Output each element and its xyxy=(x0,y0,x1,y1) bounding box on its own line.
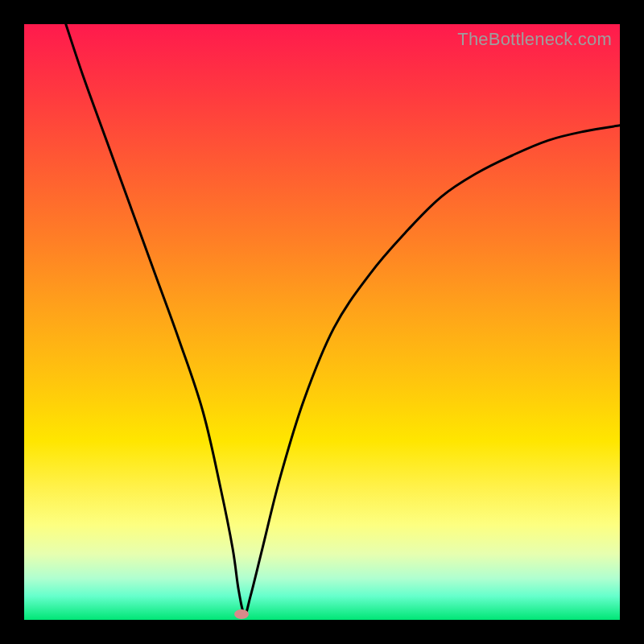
chart-frame: TheBottleneck.com xyxy=(0,0,644,644)
optimum-marker xyxy=(234,609,249,619)
bottleneck-curve-path xyxy=(66,24,620,614)
bottleneck-curve-svg xyxy=(24,24,620,620)
plot-area: TheBottleneck.com xyxy=(24,24,620,620)
watermark-text: TheBottleneck.com xyxy=(457,29,612,50)
